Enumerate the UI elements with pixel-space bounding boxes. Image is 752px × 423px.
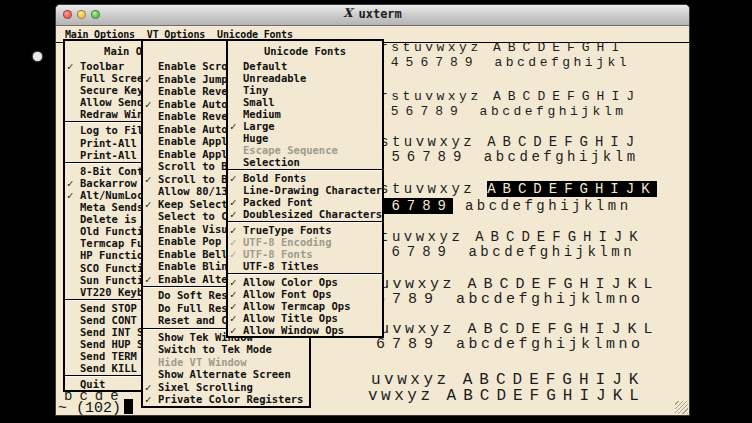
terminal-text: rstuvwxyz	[380, 40, 493, 55]
checkmark-icon: ✓	[145, 98, 151, 111]
terminal-text: abcdefghijklmno	[456, 336, 644, 353]
checkmark-icon: ✓	[145, 173, 151, 186]
menu-item-allow-termcap-ops[interactable]: ✓Allow Termcap Ops	[228, 300, 382, 312]
menu-item-label: Medium	[243, 108, 281, 120]
terminal-text-line: 3456789 abcdefghijkl	[376, 55, 630, 70]
menu-item-doublesized-characters[interactable]: ✓Doublesized Characters	[228, 208, 382, 220]
menu-item-label: Toolbar	[80, 60, 124, 72]
prompt-text: ~ (102)	[58, 400, 121, 416]
menu-item-label: Allow Font Ops	[243, 288, 332, 300]
terminal-text-line: 456789 abcdefghijklm	[376, 104, 627, 119]
menu-item-utf-8-encoding: ✓UTF-8 Encoding	[228, 236, 382, 248]
terminal-text: abcdefghijklm	[480, 104, 627, 119]
terminal-text: stuvwxyz	[380, 181, 487, 197]
menu-item-allow-font-ops[interactable]: ✓Allow Font Ops	[228, 288, 382, 300]
selected-text: 56789	[376, 198, 453, 214]
menu-item-allow-window-ops[interactable]: ✓Allow Window Ops	[228, 324, 382, 336]
checkmark-icon: ✓	[67, 189, 73, 201]
menu-item-huge[interactable]: Huge	[228, 132, 382, 144]
terminal-text: ABCDEFGHIJ	[487, 134, 641, 150]
menu-item-unreadable[interactable]: Unreadable	[228, 72, 382, 84]
menu-item-label: UTF-8 Titles	[243, 260, 319, 272]
checkmark-icon: ✓	[230, 196, 236, 208]
checkmark-icon: ✓	[230, 312, 236, 324]
menu-item-escape-sequence: Escape Sequence	[228, 144, 382, 156]
menu-item-packed-font[interactable]: ✓Packed Font	[228, 196, 382, 208]
terminal-text-line: stuvwxyz ABCDEFGHIJ	[380, 134, 641, 150]
terminal-text: ABCDEFGHIJK	[475, 229, 644, 245]
checkmark-icon: ✓	[230, 236, 236, 248]
checkmark-icon: ✓	[67, 177, 73, 189]
resize-grip[interactable]	[675, 401, 688, 414]
menu-item-private-color-registers[interactable]: ✓Private Color Registers	[143, 393, 309, 406]
checkmark-icon: ✓	[230, 324, 236, 336]
menu-item-label: Default	[243, 60, 287, 72]
terminal-text: 456789	[376, 149, 484, 165]
checkmark-icon: ✓	[230, 300, 236, 312]
checkmark-icon: ✓	[230, 224, 236, 236]
checkmark-icon: ✓	[145, 393, 151, 406]
terminal-text: 56789	[376, 244, 468, 260]
menu-item-label: Selection	[243, 156, 300, 168]
menu-item-label: Quit	[80, 378, 105, 390]
menu-item-selection[interactable]: Selection	[228, 156, 382, 168]
menu-item-switch-to-tek-mode[interactable]: Switch to Tek Mode	[143, 343, 309, 356]
terminal-text: 3456789	[376, 55, 494, 70]
menu-item-label: Bold Fonts	[243, 172, 306, 184]
terminal-cursor	[124, 399, 133, 414]
checkmark-icon: ✓	[230, 276, 236, 288]
menu-item-allow-color-ops[interactable]: ✓Allow Color Ops	[228, 276, 382, 288]
menu-item-utf-8-titles[interactable]: UTF-8 Titles	[228, 260, 382, 272]
checkmark-icon: ✓	[145, 273, 151, 286]
menu-item-default[interactable]: Default	[228, 60, 382, 72]
menu-item-label: Hide VT Window	[158, 356, 247, 368]
menu-item-label: Large	[243, 120, 275, 132]
menu-item-sixel-scrolling[interactable]: ✓Sixel Scrolling	[143, 381, 309, 394]
menu-item-bold-fonts[interactable]: ✓Bold Fonts	[228, 172, 382, 184]
menu-item-label: Small	[243, 96, 275, 108]
terminal-text: abcdefghijklm	[484, 149, 639, 165]
desktop: Xuxterm Main OptionsVT OptionsUnicode Fo…	[0, 0, 752, 423]
terminal-text-line: 6789 abcdefghijklmno	[376, 291, 644, 308]
menu-item-line-drawing-characters[interactable]: Line-Drawing Characters	[228, 184, 382, 196]
menu-item-allow-title-ops[interactable]: ✓Allow Title Ops	[228, 312, 382, 324]
menu-item-show-alternate-screen[interactable]: Show Alternate Screen	[143, 368, 309, 381]
menu-item-label: UTF-8 Encoding	[243, 236, 332, 248]
menu-item-label: Switch to Tek Mode	[158, 343, 272, 355]
terminal-text-line: vwxyz ABCDEFGHIJKL	[368, 387, 646, 405]
menu-item-medium[interactable]: Medium	[228, 108, 382, 120]
uxterm-window: Xuxterm Main OptionsVT OptionsUnicode Fo…	[55, 4, 690, 416]
terminal-text-line: 56789 abcdefghijklmn	[376, 244, 635, 260]
terminal-text-line: 56789 abcdefghijklmn	[376, 198, 632, 214]
menu-item-label: Show Alternate Screen	[158, 368, 291, 380]
terminal-text: abcdefghijkl	[494, 55, 630, 70]
menu-item-label: Huge	[243, 132, 268, 144]
menu-item-truetype-fonts[interactable]: ✓TrueType Fonts	[228, 224, 382, 236]
menu-item-label: Packed Font	[243, 196, 313, 208]
menu-item-label: Sixel Scrolling	[158, 381, 253, 393]
terminal-text: stuvwxyz	[380, 134, 487, 150]
menu-item-small[interactable]: Small	[228, 96, 382, 108]
menu-item-large[interactable]: ✓Large	[228, 120, 382, 132]
desktop-dot	[33, 52, 42, 61]
checkmark-icon: ✓	[145, 198, 151, 211]
menu-item-label: Allow Title Ops	[243, 312, 338, 324]
menu-item-label: Private Color Registers	[158, 393, 303, 405]
terminal-text: ABCDEFGHIJ	[493, 89, 641, 104]
menu-item-label: UTF-8 Fonts	[243, 248, 313, 260]
terminal-text: ABCDEFGHI	[493, 40, 626, 55]
checkmark-icon: ✓	[145, 73, 151, 86]
menu-item-label: Allow Color Ops	[243, 276, 338, 288]
terminal-text-line: tuvwxyz ABCDEFGHIJK	[380, 229, 645, 245]
menu-item-label: Escape Sequence	[243, 144, 338, 156]
terminal-text-line: rstuvwxyz ABCDEFGHIJ	[380, 89, 641, 104]
menu-item-utf-8-fonts: ✓UTF-8 Fonts	[228, 248, 382, 260]
menu-item-hide-vt-window: Hide VT Window	[143, 356, 309, 369]
terminal-text: tuvwxyz	[380, 229, 475, 245]
shell-prompt: ~ (102)	[58, 399, 133, 416]
menu-item-tiny[interactable]: Tiny	[228, 84, 382, 96]
terminal-text-line: 456789 abcdefghijklm	[376, 149, 639, 165]
menu-item-label: Unreadable	[243, 72, 306, 84]
checkmark-icon: ✓	[230, 120, 236, 132]
terminal-text: abcdefghijklmno	[456, 291, 644, 308]
